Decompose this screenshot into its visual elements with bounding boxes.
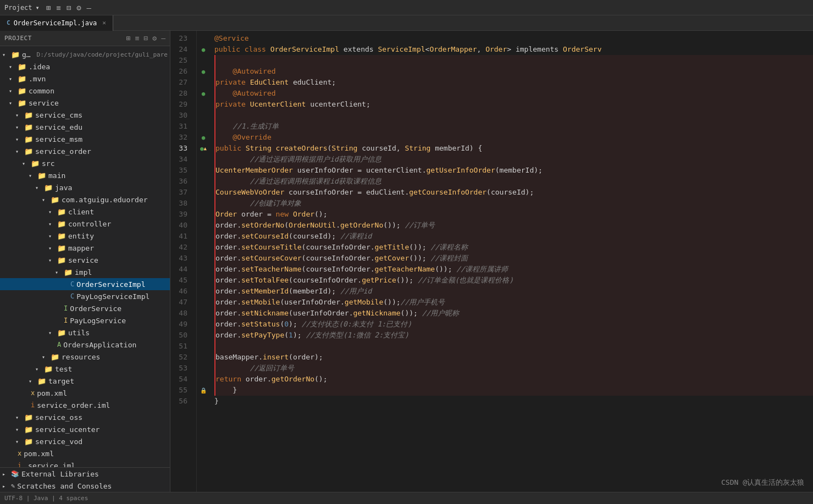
code-line[interactable]: private EduClient eduClient; — [214, 77, 813, 88]
code-line[interactable]: @Autowired — [214, 66, 813, 77]
code-line[interactable]: CourseWebVoOrder courseInfoOrder = eduCl… — [214, 187, 813, 198]
tree-item-label: OrdersApplication — [63, 341, 136, 349]
tree-item[interactable]: ▾ 📁 entity — [0, 230, 170, 242]
tree-item[interactable]: ▾ 📁 test — [0, 363, 170, 375]
tree-item[interactable]: ▾ 📁 service_edu — [0, 121, 170, 133]
code-line[interactable]: //返回订单号 — [214, 363, 813, 374]
toolbar-icon-3[interactable]: ⊟ — [67, 3, 71, 12]
tree-item[interactable]: ▾ 📁 impl — [0, 266, 170, 278]
code-line[interactable]: order.setTotalFee(courseInfoOrder.getPri… — [214, 275, 813, 286]
tree-arrow: ▾ — [48, 209, 57, 215]
sidebar-icon-1[interactable]: ⊞ — [126, 34, 131, 42]
sidebar-icon-3[interactable]: ⊟ — [144, 34, 148, 42]
tree-item-label: target — [48, 377, 74, 385]
project-header[interactable]: Project ▾ — [4, 4, 40, 12]
code-line[interactable]: order.setMemberId(memberId); //用户id — [214, 286, 813, 297]
code-line[interactable]: public String createOrders(String course… — [214, 143, 813, 154]
tree-item[interactable]: I PayLogService — [0, 314, 170, 326]
code-line[interactable]: } — [214, 396, 813, 407]
tree-item[interactable]: ▾ 📁 service — [0, 254, 170, 266]
tree-item[interactable]: C PayLogServiceImpl — [0, 290, 170, 302]
tree-item[interactable]: ▾ 📁 guli_parent D:/study/java/code/proje… — [0, 48, 170, 60]
toolbar-icon-2[interactable]: ≡ — [56, 3, 60, 12]
tree-item[interactable]: i .service.iml — [0, 459, 170, 467]
tree-item[interactable]: I OrderService — [0, 302, 170, 314]
tree-item[interactable]: ▾ 📁 resources — [0, 351, 170, 363]
tree-item[interactable]: x pom.xml — [0, 447, 170, 459]
gutter-item — [197, 352, 210, 363]
tree-item[interactable]: ▾ 📁 target — [0, 375, 170, 387]
code-line[interactable] — [214, 341, 813, 352]
tree-item[interactable]: ▾ 📁 java — [0, 181, 170, 193]
code-line[interactable]: baseMapper.insert(order); — [214, 352, 813, 363]
code-line[interactable]: order.setCourseCover(courseInfoOrder.get… — [214, 253, 813, 264]
code-line[interactable]: Order order = new Order(); — [214, 209, 813, 220]
code-line[interactable]: order.setMobile(userInfoOrder.getMobile(… — [214, 297, 813, 308]
tree-item[interactable]: ▾ 📁 service_cms — [0, 109, 170, 121]
code-line[interactable]: order.setNickname(userInfoOrder.getNickn… — [214, 308, 813, 319]
external-libraries-item[interactable]: ▸ 📚 External Libraries — [0, 468, 170, 480]
code-line[interactable]: order.setOrderNo(OrderNoUtil.getOrderNo(… — [214, 220, 813, 231]
code-line[interactable]: order.setPayType(1); //支付类型(1:微信 2:支付宝) — [214, 330, 813, 341]
tree-item[interactable]: ▾ 📁 service_vod — [0, 435, 170, 447]
tree-item-extra: D:/study/java/code/project/guli_pare — [37, 51, 168, 58]
project-dropdown-icon[interactable]: ▾ — [36, 4, 40, 12]
tree-item[interactable]: i service_order.iml — [0, 399, 170, 411]
tree-item[interactable]: ▾ 📁 service — [0, 97, 170, 109]
tree-item[interactable]: ▾ 📁 common — [0, 85, 170, 97]
tree-item[interactable]: C OrderServiceImpl — [0, 278, 170, 290]
tree-item[interactable]: ▾ 📁 service_order — [0, 145, 170, 157]
code-line[interactable]: order.setCourseId(courseId); //课程id — [214, 231, 813, 242]
code-line[interactable]: } — [214, 385, 813, 396]
sidebar-icon-4[interactable]: ⚙ — [152, 34, 157, 42]
tree-item[interactable]: ▾ 📁 mapper — [0, 242, 170, 254]
tree-item[interactable]: ▾ 📁 .mvn — [0, 73, 170, 85]
scratches-consoles-item[interactable]: ▸ ✎ Scratches and Consoles — [0, 480, 170, 492]
code-line[interactable]: //1.生成订单 — [214, 121, 813, 132]
tab-close-icon[interactable]: ✕ — [102, 19, 106, 26]
code-line[interactable]: //通过远程调用根据用户id获取用户信息 — [214, 154, 813, 165]
code-line[interactable] — [214, 55, 813, 66]
code-content[interactable]: @Servicepublic class OrderServiceImpl ex… — [210, 31, 813, 492]
tree-item[interactable]: ▾ 📁 service_ucenter — [0, 423, 170, 435]
tab-orderserviceimpl[interactable]: C OrderServiceImpl.java ✕ — [0, 15, 113, 31]
code-line[interactable]: @Service — [214, 33, 813, 44]
tree-item[interactable]: ▾ 📁 com.atguigu.eduorder — [0, 193, 170, 206]
tree-item[interactable]: ▾ 📁 controller — [0, 218, 170, 230]
toolbar-icon-1[interactable]: ⊞ — [46, 3, 51, 12]
code-line[interactable]: private UcenterClient ucenterClient; — [214, 99, 813, 110]
toolbar-icon-5[interactable]: — — [87, 3, 91, 12]
code-line[interactable]: //创建订单对象 — [214, 198, 813, 209]
code-line[interactable]: //通过远程调用根据课程id获取课程信息 — [214, 176, 813, 187]
toolbar-icons: ⊞ ≡ ⊟ ⚙ — — [46, 3, 91, 12]
external-libraries-label: External Libraries — [21, 470, 99, 478]
tree-arrow: ▾ — [48, 233, 57, 239]
code-editor[interactable]: 2324252627282930313233343536373839404142… — [170, 31, 813, 492]
code-line[interactable]: @Override — [214, 132, 813, 143]
code-line[interactable]: @Autowired — [214, 88, 813, 99]
toolbar-icon-4[interactable]: ⚙ — [76, 3, 81, 12]
code-line[interactable]: order.setStatus(0); //支付状态(0:未支付 1:已支付) — [214, 319, 813, 330]
external-libraries-arrow: ▸ — [2, 471, 11, 477]
tree-item[interactable]: ▾ 📁 client — [0, 206, 170, 218]
tree-item[interactable]: ▾ 📁 utils — [0, 326, 170, 339]
tree-item-label: test — [55, 365, 72, 373]
tree-item[interactable]: ▾ 📁 main — [0, 169, 170, 181]
tree-item[interactable]: A OrdersApplication — [0, 339, 170, 351]
code-line[interactable]: return order.getOrderNo(); — [214, 374, 813, 385]
line-number: 29 — [170, 99, 192, 110]
code-line[interactable]: order.setTeacherName(courseInfoOrder.get… — [214, 264, 813, 275]
code-line[interactable]: UcenterMemberOrder userInfoOrder = ucent… — [214, 165, 813, 176]
code-line[interactable]: order.setCourseTitle(courseInfoOrder.get… — [214, 242, 813, 253]
tree-item[interactable]: ▾ 📁 service_msm — [0, 133, 170, 145]
code-line[interactable] — [214, 110, 813, 121]
tree-item[interactable]: ▾ 📁 .idea — [0, 60, 170, 73]
sidebar-icon-5[interactable]: — — [161, 34, 165, 42]
tree-item-label: common — [29, 87, 54, 95]
code-line[interactable]: public class OrderServiceImpl extends Se… — [214, 44, 813, 55]
tree-item[interactable]: x pom.xml — [0, 387, 170, 399]
tree-item[interactable]: ▾ 📁 src — [0, 157, 170, 169]
tree-item-icon: 📁 — [57, 220, 66, 228]
tree-item[interactable]: ▾ 📁 service_oss — [0, 411, 170, 423]
sidebar-icon-2[interactable]: ≡ — [135, 34, 140, 42]
